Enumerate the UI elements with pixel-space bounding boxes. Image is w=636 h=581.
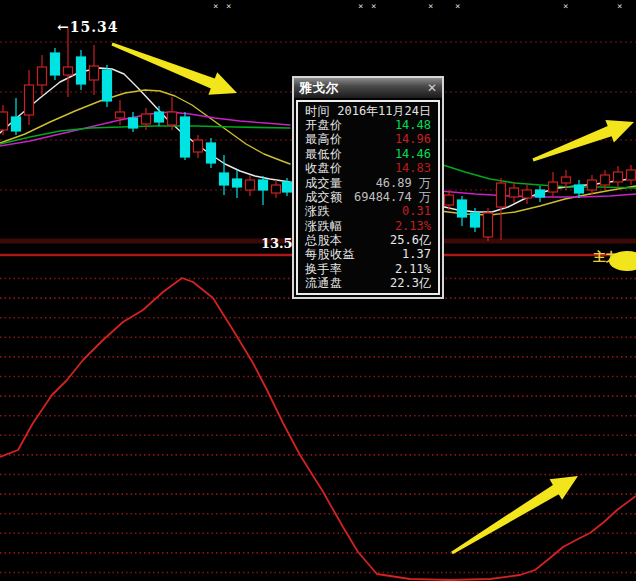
candle-body: [283, 182, 292, 192]
x-mark: ×: [213, 1, 218, 11]
candle-body: [601, 175, 610, 185]
popup-row-value: 14.83: [395, 162, 431, 175]
x-mark: ×: [428, 1, 433, 11]
candle-body: [562, 177, 571, 183]
candle-body: [116, 112, 125, 118]
popup-row-value: 22.3亿: [390, 277, 431, 290]
candle-body: [575, 185, 584, 193]
candle-body: [129, 118, 138, 128]
candle-body: [90, 66, 99, 80]
candle-body: [588, 180, 597, 190]
ma-green-left: [0, 126, 290, 144]
popup-row-label: 最低价: [305, 148, 343, 161]
candle-body: [536, 190, 545, 197]
candle-body: [207, 143, 216, 163]
candle-body: [523, 190, 532, 198]
candle-body: [510, 188, 519, 197]
x-mark: ×: [563, 1, 568, 11]
popup-row: 成交量46.89 万: [298, 177, 438, 190]
popup-row: 涨跌幅2.13%: [298, 220, 438, 233]
popup-row-value: 46.89 万: [376, 177, 431, 190]
popup-row: 流通盘22.3亿: [298, 277, 438, 290]
candle-body: [194, 140, 203, 152]
popup-row: 涨跌0.31: [298, 205, 438, 218]
popup-row-label: 涨跌: [305, 205, 330, 218]
popup-row: 开盘价14.48: [298, 119, 438, 132]
popup-row-value: 14.48: [395, 119, 431, 132]
indicator-line: [0, 278, 636, 580]
candle-body: [627, 170, 636, 180]
candle-body: [38, 67, 47, 85]
popup-row: 换手率2.11%: [298, 263, 438, 276]
candle-body: [103, 70, 112, 101]
popup-row-value: 1.37: [402, 248, 431, 261]
popup-row-value: 2.13%: [395, 220, 431, 233]
popup-row-label: 成交量: [305, 177, 343, 190]
price-high-label: ←15.34: [57, 19, 119, 35]
popup-row-label: 流通盘: [305, 277, 343, 290]
candle-body: [12, 117, 21, 131]
candle-body: [233, 179, 242, 187]
candle-body: [64, 67, 73, 75]
arrow-annotation: [451, 476, 578, 554]
candle-body: [168, 112, 177, 125]
popup-row-label: 每股收益: [305, 248, 355, 261]
quote-popup-window: 雅戈尔 ✕ 时间2016年11月24日开盘价14.48最高价14.96最低价14…: [292, 76, 444, 299]
top-sell-marks: ××××××××: [0, 0, 636, 14]
candle-body: [51, 53, 60, 75]
popup-row: 收盘价14.83: [298, 162, 438, 175]
candle-body: [246, 180, 255, 190]
popup-row-value: 25.6亿: [390, 234, 431, 247]
popup-row-label: 开盘价: [305, 119, 343, 132]
popup-row-value: 2016年11月24日: [337, 105, 431, 118]
popup-row-label: 最高价: [305, 133, 343, 146]
x-mark: ×: [617, 1, 622, 11]
candle-body: [445, 195, 454, 205]
arrow-annotation: [533, 120, 635, 161]
candle-body: [259, 180, 268, 190]
popup-row-label: 收盘价: [305, 162, 343, 175]
popup-row-label: 换手率: [305, 263, 343, 276]
x-mark: ×: [455, 1, 460, 11]
price-axis-label: 13.5: [261, 236, 293, 251]
popup-row-value: 14.96: [395, 133, 431, 146]
candle-body: [484, 213, 493, 237]
popup-row-value: 69484.74 万: [354, 191, 431, 204]
candle-body: [471, 213, 480, 227]
candle-body: [77, 57, 86, 84]
popup-row-label: 时间: [305, 105, 330, 118]
x-mark: ×: [371, 1, 376, 11]
candle-body: [220, 173, 229, 185]
popup-row: 总股本25.6亿: [298, 234, 438, 247]
candle-body: [25, 85, 34, 115]
stock-chart-screen: ←15.34 13.5 主力 ×××××××× 雅戈尔 ✕ 时间2016年11月…: [0, 0, 636, 581]
popup-row-label: 涨跌幅: [305, 220, 343, 233]
popup-row-value: 2.11%: [395, 263, 431, 276]
popup-body: 时间2016年11月24日开盘价14.48最高价14.96最低价14.46收盘价…: [296, 100, 440, 295]
popup-row-label: 成交额: [305, 191, 343, 204]
popup-row: 最高价14.96: [298, 133, 438, 146]
x-mark: ×: [358, 1, 363, 11]
close-icon[interactable]: ✕: [427, 82, 437, 94]
popup-row: 时间2016年11月24日: [298, 105, 438, 118]
popup-title-bar[interactable]: 雅戈尔 ✕: [294, 78, 442, 99]
candle-body: [0, 112, 8, 130]
candle-body: [497, 183, 506, 207]
popup-row-label: 总股本: [305, 234, 343, 247]
candle-body: [155, 112, 164, 122]
popup-title: 雅戈尔: [299, 80, 340, 97]
candle-body: [272, 185, 281, 193]
candle-body: [181, 117, 190, 157]
candle-body: [142, 114, 151, 124]
popup-row-value: 0.31: [402, 205, 431, 218]
candle-body: [458, 200, 467, 217]
popup-row-value: 14.46: [395, 148, 431, 161]
arrow-annotation: [112, 43, 238, 95]
popup-row: 成交额69484.74 万: [298, 191, 438, 204]
candle-body: [549, 182, 558, 192]
popup-row: 每股收益1.37: [298, 248, 438, 261]
popup-row: 最低价14.46: [298, 148, 438, 161]
candle-body: [614, 172, 623, 182]
x-mark: ×: [226, 1, 231, 11]
